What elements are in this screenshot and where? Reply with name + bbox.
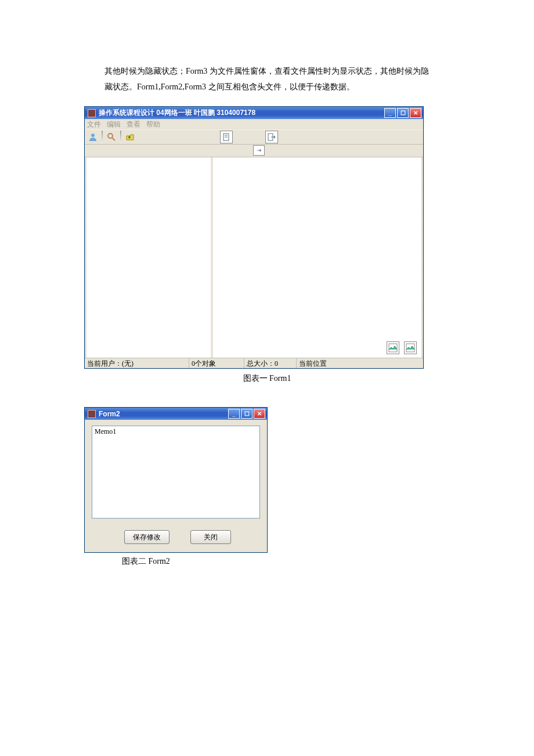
figure2-caption: 图表二 Form2: [122, 556, 534, 567]
form1-title: 操作系统课程设计 04网络一班 叶国鹏 3104007178: [99, 108, 384, 118]
search-icon[interactable]: [105, 131, 118, 143]
menu-help[interactable]: 帮助: [146, 120, 160, 129]
form2-client: Memo1 保存修改 关闭: [85, 420, 267, 552]
panel-edge: [421, 157, 423, 358]
figure1-caption: 图表一 Form1: [0, 373, 534, 384]
up-folder-icon[interactable]: [124, 131, 136, 143]
form2-titlebar[interactable]: Form2 _ ☐ ✕: [85, 408, 267, 420]
minimize-button[interactable]: _: [228, 409, 240, 419]
form2-window: Form2 _ ☐ ✕ Memo1 保存修改 关闭: [84, 407, 268, 553]
exit-icon[interactable]: [265, 131, 278, 143]
form1-subtoolbar: [85, 145, 423, 157]
save-button[interactable]: 保存修改: [124, 530, 169, 544]
file-list-panel[interactable]: [213, 157, 421, 358]
view-icon[interactable]: [387, 341, 399, 354]
app-icon: [88, 109, 96, 117]
toolbar-separator: [120, 131, 121, 143]
minimize-button[interactable]: _: [384, 108, 396, 118]
status-objects: 0个对象: [189, 358, 244, 368]
form1-window: 操作系统课程设计 04网络一班 叶国鹏 3104007178 _ ☐ ✕ 文件 …: [84, 106, 424, 369]
close-button[interactable]: ✕: [254, 409, 265, 419]
maximize-button[interactable]: ☐: [241, 409, 252, 419]
folder-tree-panel[interactable]: [86, 157, 213, 358]
app-icon: [88, 410, 96, 418]
status-user: 当前用户：(无): [85, 358, 189, 368]
toolbar-separator: [102, 131, 103, 143]
status-size: 总大小：0: [244, 358, 297, 368]
form1-toolbar: [85, 129, 423, 145]
menu-edit[interactable]: 编辑: [107, 120, 121, 129]
form1-menubar: 文件 编辑 查看 帮助: [85, 119, 423, 129]
form1-titlebar[interactable]: 操作系统课程设计 04网络一班 叶国鹏 3104007178 _ ☐ ✕: [85, 107, 423, 119]
form1-statusbar: 当前用户：(无) 0个对象 总大小：0 当前位置: [85, 358, 423, 368]
status-location: 当前位置: [297, 358, 349, 368]
close-button[interactable]: ✕: [410, 108, 421, 118]
view-icon[interactable]: [404, 341, 417, 354]
maximize-button[interactable]: ☐: [397, 108, 409, 118]
body-paragraph: 其他时候为隐藏状态；Form3 为文件属性窗体，查看文件属性时为显示状态，其他时…: [0, 64, 534, 106]
svg-point-1: [108, 134, 113, 138]
memo-textarea[interactable]: Memo1: [92, 426, 260, 519]
user-icon[interactable]: [86, 131, 99, 143]
new-file-icon[interactable]: [220, 131, 233, 143]
goto-icon[interactable]: [253, 145, 265, 156]
form1-client: [85, 157, 423, 358]
menu-file[interactable]: 文件: [87, 120, 101, 129]
menu-view[interactable]: 查看: [127, 120, 140, 129]
svg-point-0: [91, 134, 95, 137]
form2-title: Form2: [99, 410, 228, 418]
svg-line-2: [112, 138, 115, 141]
close-form-button[interactable]: 关闭: [190, 530, 231, 544]
